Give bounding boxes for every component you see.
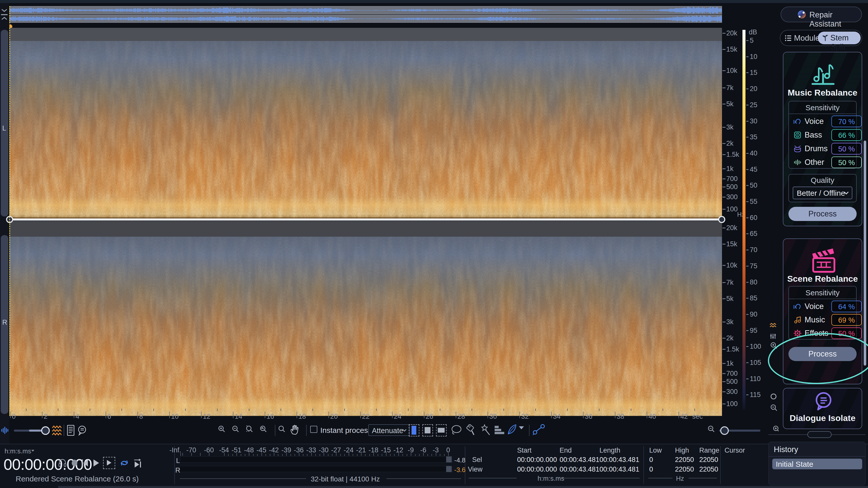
rx-app-window: LR (0, 0, 868, 488)
attenuate-dropdown[interactable]: Attenuate (368, 424, 410, 436)
channel-left-rail-bar[interactable]: L (1, 30, 8, 217)
waveform-view-icon[interactable] (1, 426, 9, 434)
bottom-separator (720, 446, 721, 484)
sensitivity-value-field[interactable]: 50 % (831, 143, 862, 154)
play-to-end-button[interactable] (133, 458, 143, 468)
quality-dropdown[interactable]: Better / Offline (793, 186, 852, 199)
monitor-headphones-icon[interactable] (58, 458, 67, 467)
sensitivity-value-field[interactable]: 64 % (831, 300, 862, 312)
repair-assistant-button[interactable]: Repair Assistant (781, 6, 862, 22)
ruler-minor-tick (312, 409, 313, 411)
histogram-tool[interactable] (494, 425, 505, 435)
envelope-node-tool[interactable] (532, 424, 545, 436)
play-selection-button[interactable] (103, 457, 115, 469)
frequency-header: High (675, 447, 689, 454)
h-zoom-slider-knob[interactable] (719, 426, 730, 436)
wave-overlay-icon[interactable] (770, 323, 777, 328)
meter-tick (253, 454, 254, 456)
session-notes-icon[interactable] (67, 425, 75, 436)
overview-waveform[interactable] (9, 6, 722, 23)
music-process-button[interactable]: Process (788, 207, 857, 221)
overview-left-wave (9, 6, 722, 14)
frequency-selection-tool[interactable] (436, 424, 446, 436)
sensitivity-row-label: Music (805, 315, 825, 324)
frequency-value: 0 (649, 456, 653, 464)
audio-format-label: 32-bit float | 44100 Hz (311, 475, 380, 483)
ruler-tick (265, 412, 265, 418)
sensitivity-value-field[interactable]: 69 % (831, 314, 862, 326)
panel-resize-handle[interactable] (807, 431, 832, 438)
scroll-dot-icon[interactable] (771, 394, 777, 400)
db-label: 10 (750, 53, 757, 61)
channel-divider[interactable] (9, 219, 722, 221)
record-button[interactable] (71, 459, 78, 467)
play-button[interactable] (92, 459, 100, 467)
meter-tick (365, 454, 366, 456)
meter-tick (303, 454, 303, 456)
time-format-dropdown-icon[interactable] (31, 449, 35, 452)
time-format-label[interactable]: h:m:s.ms (4, 447, 31, 455)
zoom-out-vertical-icon[interactable] (770, 404, 778, 412)
sensitivity-value-field[interactable]: 66 % (831, 129, 862, 141)
zoom-in-button[interactable] (218, 425, 225, 433)
music-rebalance-card[interactable]: Music RebalanceSensitivityVoice70 %Bass6… (783, 52, 862, 226)
feather-dropdown-icon[interactable] (518, 426, 524, 430)
sR-texture (9, 237, 722, 416)
blend-slider-knob[interactable] (40, 426, 51, 436)
tab-stem-split[interactable]: Stem Split (818, 32, 861, 44)
overview-left[interactable] (9, 6, 722, 14)
brush-tool[interactable] (465, 424, 476, 436)
collapse-down-icon[interactable] (1, 8, 7, 12)
meter-tick (241, 454, 241, 456)
meter-tick (390, 454, 391, 456)
attenuate-dropdown-value: Attenuate (372, 427, 403, 435)
h-zoom-out-button[interactable] (707, 425, 715, 433)
time-selection-tool[interactable] (409, 424, 420, 436)
ruler-minor-tick (694, 409, 695, 411)
previous-button[interactable] (81, 459, 89, 467)
stem-split-icon (822, 34, 829, 42)
spectrogram-view-icon[interactable] (52, 425, 62, 436)
sensitivity-value-field[interactable]: 70 % (831, 116, 862, 127)
magnify-tool[interactable] (278, 425, 285, 433)
music-rebalance-icon (808, 59, 838, 88)
freq-label: 20k (726, 224, 737, 232)
loop-playback-button[interactable] (119, 458, 129, 468)
spectrogram-left-channel[interactable] (9, 28, 722, 219)
time-frequency-selection-tool[interactable] (423, 424, 433, 436)
freq-label: 15k (726, 240, 737, 248)
db-tick (746, 40, 748, 41)
spectrogram-right-channel[interactable] (9, 221, 722, 416)
meter-bar-left (180, 456, 452, 462)
divider-handle-right[interactable] (718, 216, 725, 223)
lasso-tool[interactable] (451, 425, 462, 436)
meter-tick (428, 454, 428, 456)
zoom-selection-button[interactable] (246, 425, 253, 433)
ruler-tick (679, 412, 679, 418)
history-item[interactable]: Initial State (772, 459, 862, 469)
channel-right-rail-bar[interactable]: R (1, 235, 8, 414)
db-tick (746, 298, 748, 298)
zoom-fit-button[interactable] (259, 425, 267, 433)
history-panel: HistoryInitial State (769, 442, 866, 485)
meter-tick (378, 454, 378, 456)
sensitivity-value-field[interactable]: 50 % (831, 156, 862, 168)
instant-process-checkbox[interactable] (310, 426, 317, 433)
hand-tool[interactable] (290, 424, 300, 435)
sensitivity-value: 69 % (832, 316, 861, 324)
collapse-up-icon[interactable] (1, 17, 7, 20)
zoom-out-button[interactable] (231, 425, 239, 433)
comment-icon[interactable] (77, 425, 87, 436)
ruler-label: 42 (680, 413, 688, 421)
ruler-minor-tick (472, 409, 472, 411)
selection-value: 00:00:00.000 (517, 456, 557, 464)
meter-tick (444, 454, 444, 456)
meter-tick (407, 454, 407, 456)
overview-right[interactable] (9, 15, 722, 23)
magic-wand-tool[interactable] (479, 424, 491, 436)
freq-label: 3k (726, 318, 734, 326)
sensitivity-row-label: Voice (805, 117, 824, 126)
dialogue-isolate-card[interactable]: Dialogue Isolate (783, 388, 862, 429)
feather-pen-tool[interactable] (507, 424, 517, 435)
selection-row-label: Sel (468, 456, 482, 464)
